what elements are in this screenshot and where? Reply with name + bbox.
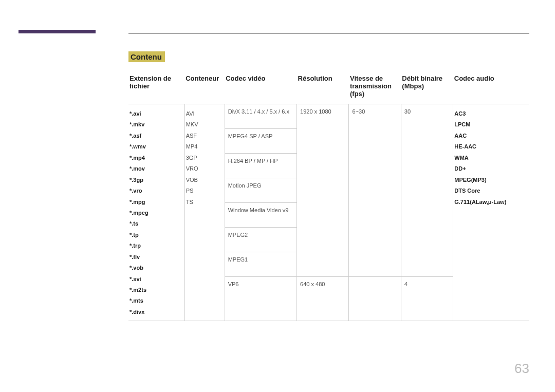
- extension-item: *.svi: [130, 274, 182, 285]
- video-codec-row: Motion JPEG: [225, 178, 297, 203]
- fps-top: 6~30: [349, 104, 400, 277]
- container-item: AVI: [186, 108, 223, 119]
- resolution-bottom: 640 x 480: [297, 277, 348, 302]
- resolution-top: 1920 x 1080: [297, 104, 348, 277]
- extension-item: *.mov: [130, 163, 182, 174]
- section-title: Contenu: [128, 51, 165, 62]
- video-codec-row: MPEG2: [225, 228, 297, 252]
- extension-item: *.trp: [130, 240, 182, 251]
- header-extension: Extension de fichier: [128, 71, 184, 104]
- extension-item: *.ts: [130, 218, 182, 229]
- header-audio-codec: Codec audio: [453, 71, 529, 104]
- video-codec-row: DivX 3.11 / 4.x / 5.x / 6.x: [225, 104, 297, 129]
- bitrate-top: 30: [401, 104, 453, 277]
- extension-item: *.mts: [130, 295, 182, 306]
- header-fps: Vitesse de transmission (fps): [349, 71, 401, 104]
- header-bitrate: Débit binaire (Mbps): [401, 71, 453, 104]
- header-video-codec: Codec vidéo: [225, 71, 297, 104]
- extension-item: *.asf: [130, 130, 182, 141]
- video-codec-row: MPEG4 SP / ASP: [225, 129, 297, 154]
- container-item: MP4: [186, 141, 223, 152]
- container-item: VOB: [186, 175, 223, 185]
- cell-audio-codecs: AC3LPCMAACHE-AACWMADD+MPEG(MP3)DTS CoreG…: [453, 104, 529, 321]
- audio-codec-item: DD+: [454, 163, 527, 174]
- cell-containers: AVIMKVASFMP43GPVROVOBPSTS: [184, 104, 225, 321]
- header-container: Conteneur: [184, 71, 225, 104]
- extension-item: *.tp: [130, 230, 182, 240]
- audio-codec-item: AC3: [454, 108, 527, 119]
- extension-item: *.vro: [130, 185, 182, 196]
- audio-codec-item: DTS Core: [454, 185, 527, 196]
- cell-extensions: *.avi*.mkv*.asf*.wmv*.mp4*.mov*.3gp*.vro…: [128, 104, 184, 321]
- extension-item: *.mpeg: [130, 208, 182, 218]
- content-area: Contenu Extension de fichier Conteneur C…: [128, 51, 529, 321]
- container-item: MKV: [186, 119, 223, 130]
- video-codec-row: H.264 BP / MP / HP: [225, 154, 297, 178]
- audio-codec-item: G.711(ALaw,μ-Law): [454, 197, 527, 208]
- audio-codec-item: WMA: [454, 153, 527, 163]
- container-item: VRO: [186, 163, 223, 174]
- cell-resolution: 1920 x 1080 640 x 480: [297, 104, 349, 321]
- extension-item: *.m2ts: [130, 285, 182, 295]
- extension-item: *.3gp: [130, 175, 182, 185]
- extension-item: *.flv: [130, 252, 182, 263]
- page-number: 63: [514, 361, 529, 377]
- codec-table: Extension de fichier Conteneur Codec vid…: [128, 71, 529, 321]
- container-item: TS: [186, 197, 223, 208]
- header-resolution: Résolution: [297, 71, 349, 104]
- video-codec-row: Window Media Video v9: [225, 203, 297, 228]
- container-item: ASF: [186, 130, 223, 141]
- video-codec-row: MPEG1: [225, 252, 297, 277]
- cell-video-codecs: DivX 3.11 / 4.x / 5.x / 6.xMPEG4 SP / AS…: [225, 104, 297, 321]
- audio-codec-item: AAC: [454, 130, 527, 141]
- audio-codec-item: LPCM: [454, 119, 527, 130]
- extension-item: *.mp4: [130, 153, 182, 163]
- container-item: 3GP: [186, 153, 223, 163]
- extension-item: *.wmv: [130, 141, 182, 152]
- bitrate-bottom: 4: [401, 277, 453, 302]
- fps-bottom: [349, 277, 400, 302]
- extension-item: *.divx: [130, 307, 182, 318]
- cell-fps: 6~30: [349, 104, 401, 321]
- extension-item: *.vob: [130, 263, 182, 273]
- top-rule: [128, 33, 529, 34]
- extension-item: *.mpg: [130, 197, 182, 208]
- tab-marker: [18, 30, 96, 33]
- extension-item: *.mkv: [130, 119, 182, 130]
- video-codec-row: VP6: [225, 277, 297, 302]
- container-item: PS: [186, 185, 223, 196]
- audio-codec-item: MPEG(MP3): [454, 175, 527, 185]
- extension-item: *.avi: [130, 108, 182, 119]
- audio-codec-item: HE-AAC: [454, 141, 527, 152]
- cell-bitrate: 30 4: [401, 104, 453, 321]
